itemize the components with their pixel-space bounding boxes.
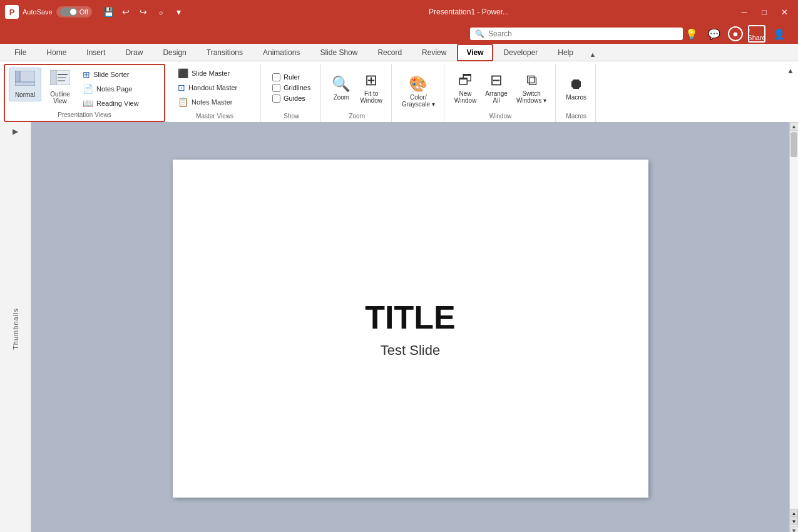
show-items: Ruler Gridlines Guides	[267, 64, 315, 111]
reading-view-button[interactable]: 📖 Reading View	[79, 96, 160, 110]
tab-slideshow[interactable]: Slide Show	[310, 44, 367, 61]
gridlines-checkbox-row[interactable]: Gridlines	[272, 84, 310, 92]
app-logo: P	[5, 5, 19, 19]
search-input[interactable]	[488, 29, 678, 38]
lightbulb-icon[interactable]: 💡	[683, 25, 700, 43]
scroll-down-button[interactable]: ▼	[790, 526, 799, 532]
tab-help[interactable]: Help	[548, 44, 583, 61]
scroll-arrow-up[interactable]: ▲	[790, 509, 798, 517]
scroll-arrow-down[interactable]: ▼	[790, 518, 798, 525]
tab-view[interactable]: View	[457, 44, 493, 61]
fit-to-window-label: Fit toWindow	[360, 90, 382, 104]
thumbnails-sidebar: ▶ Thumbnails	[0, 122, 31, 532]
close-button[interactable]: ✕	[775, 3, 793, 21]
tab-developer[interactable]: Developer	[494, 44, 548, 61]
macros-label: Macros	[566, 94, 586, 101]
window-controls: ─ □ ✕	[735, 3, 793, 21]
minimize-button[interactable]: ─	[735, 3, 753, 21]
more-toolbar-button[interactable]: ▾	[171, 4, 186, 19]
color-grayscale-button[interactable]: 🎨 Color/Grayscale ▾	[398, 73, 439, 110]
normal-view-button[interactable]: Normal	[9, 68, 41, 101]
thumbnails-collapse-arrow[interactable]: ▶	[13, 127, 18, 136]
scroll-up-button[interactable]: ▲	[790, 122, 799, 131]
notes-master-icon: 📋	[178, 97, 188, 107]
comment-icon[interactable]: 💬	[705, 25, 723, 43]
ribbon-content: Normal OutlineView ⊞	[0, 61, 798, 122]
master-views-group: ⬛ Slide Master ⊡ Handout Master 📋 Notes …	[169, 64, 261, 122]
macros-group-label: Macros	[566, 111, 586, 121]
arrange-label: ArrangeAll	[485, 90, 508, 104]
color-items: 🎨 Color/Grayscale ▾	[398, 64, 439, 118]
switch-windows-icon: ⧉	[526, 71, 537, 89]
presentation-views-group: Normal OutlineView ⊞	[4, 64, 165, 122]
new-window-icon: 🗗	[458, 71, 473, 89]
color-grayscale-group: 🎨 Color/Grayscale ▾	[393, 64, 444, 122]
slide-subtitle: Test Slide	[381, 342, 440, 359]
new-window-button[interactable]: 🗗 NewWindow	[451, 69, 481, 106]
ribbon-expand-button[interactable]: ▲	[787, 66, 794, 75]
tab-record[interactable]: Record	[368, 44, 411, 61]
search-bar[interactable]: 🔍	[470, 28, 683, 40]
switch-windows-button[interactable]: ⧉ SwitchWindows ▾	[513, 69, 550, 106]
scroll-thumb[interactable]	[790, 132, 797, 157]
tab-review[interactable]: Review	[412, 44, 456, 61]
title-bar: P AutoSave Off 💾 ↩ ↪ ⬦ ▾ Presentation1 -…	[0, 0, 798, 24]
redo-button[interactable]: ↪	[136, 4, 151, 19]
share-icon[interactable]: ↑ Share	[748, 25, 765, 43]
tab-transitions[interactable]: Transitions	[197, 44, 252, 61]
slide-title: TITLE	[365, 299, 455, 336]
gridlines-label: Gridlines	[284, 84, 310, 91]
handout-master-icon: ⊡	[178, 83, 185, 93]
title-bar-left: P AutoSave Off 💾 ↩ ↪ ⬦ ▾ Presentation1 -…	[5, 4, 735, 19]
scroll-track[interactable]	[790, 131, 798, 508]
ruler-checkbox-row[interactable]: Ruler	[272, 73, 310, 81]
undo-button[interactable]: ↩	[118, 4, 133, 19]
zoom-label-group: Zoom	[349, 111, 365, 121]
pres-views-small-buttons: ⊞ Slide Sorter 📄 Notes Page 📖 Reading Vi…	[79, 68, 160, 110]
gridlines-checkbox[interactable]	[272, 84, 280, 92]
customize-toolbar-button[interactable]: ⬦	[153, 4, 168, 19]
window-items: 🗗 NewWindow ⊟ ArrangeAll ⧉ SwitchWindows…	[451, 64, 551, 111]
outline-view-button[interactable]: OutlineView	[44, 68, 76, 107]
guides-checkbox[interactable]	[272, 95, 280, 103]
record-icon[interactable]: ⏺	[728, 26, 743, 41]
new-window-label: NewWindow	[454, 90, 477, 104]
autosave-toggle[interactable]: Off	[56, 6, 92, 18]
window-group: 🗗 NewWindow ⊟ ArrangeAll ⧉ SwitchWindows…	[446, 64, 556, 122]
thumbnails-label: Thumbnails	[12, 308, 19, 350]
guides-checkbox-row[interactable]: Guides	[272, 95, 310, 103]
search-icon: 🔍	[475, 29, 484, 38]
zoom-items: 🔍 Zoom ⊞ Fit toWindow	[327, 64, 386, 111]
handout-master-button[interactable]: ⊡ Handout Master	[174, 81, 255, 95]
macros-group: ⏺ Macros Macros	[557, 64, 596, 122]
fit-to-window-button[interactable]: ⊞ Fit toWindow	[356, 69, 386, 106]
master-views-items: ⬛ Slide Master ⊡ Handout Master 📋 Notes …	[174, 64, 255, 111]
fit-to-window-icon: ⊞	[365, 71, 377, 89]
tab-home[interactable]: Home	[37, 44, 76, 61]
maximize-button[interactable]: □	[755, 3, 773, 21]
slide-sorter-button[interactable]: ⊞ Slide Sorter	[79, 68, 160, 81]
window-title: Presentation1 - Power...	[202, 8, 735, 16]
tab-animations[interactable]: Animations	[253, 44, 309, 61]
tab-file[interactable]: File	[5, 44, 36, 61]
ruler-checkbox[interactable]	[272, 73, 280, 81]
tab-draw[interactable]: Draw	[116, 44, 152, 61]
normal-icon	[15, 71, 35, 90]
zoom-button[interactable]: 🔍 Zoom	[327, 73, 355, 103]
arrange-button[interactable]: ⊟ ArrangeAll	[481, 69, 511, 106]
ribbon-collapse-button[interactable]: ▲	[586, 48, 599, 61]
save-button[interactable]: 💾	[101, 4, 116, 19]
profile-icon[interactable]: 👤	[770, 25, 788, 43]
slide-master-icon: ⬛	[178, 68, 188, 78]
tab-design[interactable]: Design	[153, 44, 195, 61]
notes-master-button[interactable]: 📋 Notes Master	[174, 95, 255, 109]
macros-button[interactable]: ⏺ Macros	[562, 73, 590, 103]
vertical-scrollbar[interactable]: ▲ ▲ ▼ ▼	[789, 122, 798, 532]
zoom-label: Zoom	[334, 94, 350, 101]
slide-master-button[interactable]: ⬛ Slide Master	[174, 66, 255, 80]
notes-page-icon: 📄	[83, 84, 93, 94]
main-area: ▶ Thumbnails TITLE Test Slide ▲ ▲ ▼ ▼	[0, 122, 798, 532]
notes-page-button[interactable]: 📄 Notes Page	[79, 82, 160, 96]
tab-insert[interactable]: Insert	[77, 44, 115, 61]
slide-container: TITLE Test Slide	[173, 160, 648, 498]
